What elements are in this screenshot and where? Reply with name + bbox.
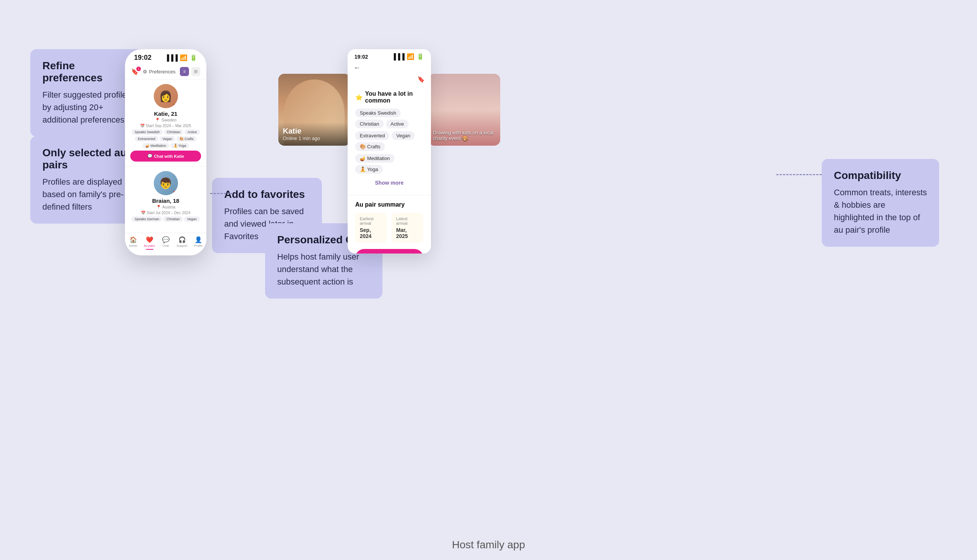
detail-bookmark-icon: 🔖 xyxy=(417,76,425,82)
braian-avatar: 👦 🔖 xyxy=(154,171,178,195)
add-favorites-title: Add to favorites xyxy=(224,188,310,200)
braian-name: Braian, 18 xyxy=(130,198,201,204)
nav-active-indicator xyxy=(146,249,154,250)
home-icon: 🏠 xyxy=(130,236,137,243)
katie-tags-row3: 🪔 Meditation 🧘 Yoga xyxy=(130,143,201,148)
support-icon: 🎧 xyxy=(179,236,186,243)
latest-value: Mar, 2025 xyxy=(396,227,419,239)
filter-icon: ⚙ xyxy=(143,69,147,75)
braian-tags-row: Speaks German Christian Vegan xyxy=(130,217,201,222)
refine-title: Refine preferences xyxy=(42,60,135,84)
location-icon: 📍 xyxy=(155,118,160,122)
detail-battery-icon: 🔋 xyxy=(417,53,424,60)
detail-wifi-icon: 📶 xyxy=(407,53,414,60)
nav-chat[interactable]: 💬 Chat xyxy=(157,236,174,247)
status-bar-left: 19:02 ▐▐▐ 📶 🔋 xyxy=(125,49,206,64)
notification-badge: 1 xyxy=(136,67,141,71)
katie-profile-card: 👩 🔖 Katie, 21 📍 Sweden 📅 Start Sep 2024 … xyxy=(125,80,206,167)
compatibility-description: Common treats, interests & hobbies are h… xyxy=(834,186,927,236)
photo-katie-status: Online 1 min ago xyxy=(283,135,346,141)
katie-bookmark[interactable]: 🔖 xyxy=(173,103,177,107)
grid-view-btn[interactable]: ⊞ xyxy=(191,67,200,76)
detail-status-time: 19:02 xyxy=(354,54,368,60)
tag-speaks-swedish: Speaks Swedish xyxy=(131,129,163,135)
tag-yoga: 🧘 Yoga xyxy=(170,143,189,148)
au-pairs-icon: ❤️ xyxy=(146,236,154,243)
detail-signal-icon: ▐▐▐ xyxy=(392,53,404,60)
status-time: 19:02 xyxy=(134,54,152,62)
refine-description: Filter suggested profiles by adjusting 2… xyxy=(42,88,135,126)
katie-dates: 📅 Start Sep 2024 – Mar 2025 xyxy=(130,124,201,128)
katie-avatar: 👩 🔖 xyxy=(154,84,178,108)
summary-section: Au pair summary Earliest arrival Sep, 20… xyxy=(347,195,431,253)
phone-scroll-area: 👩 🔖 Katie, 21 📍 Sweden 📅 Start Sep 2024 … xyxy=(125,80,206,240)
latest-label: Latest arrival xyxy=(396,217,419,225)
photo-katie-person[interactable]: Katie Online 1 min ago xyxy=(278,74,350,146)
bookmark-btn[interactable]: 🔖 1 xyxy=(131,68,139,75)
tag-vegan-2: Vegan xyxy=(184,217,200,222)
braian-location: 📍 Austria xyxy=(130,205,201,210)
compat-title: ⭐ You have a lot in common xyxy=(355,90,423,104)
tag-christian: Christian xyxy=(164,129,184,135)
earliest-arrival-box: Earliest arrival Sep, 2024 xyxy=(355,213,387,243)
photo-katie-name: Katie xyxy=(283,127,346,135)
tag-extraverted: Extraverted xyxy=(135,136,158,142)
nav-chat-label: Chat xyxy=(162,244,169,247)
tag-speaks-german: Speaks German xyxy=(131,217,162,222)
katie-tags-row2: Extraverted Vegan 🎨 Crafts xyxy=(130,136,201,142)
profile-detail-card: 19:02 ▐▐▐ 📶 🔋 ← 🔖 ⭐ You have a lot in co… xyxy=(347,49,431,253)
back-btn[interactable]: ← xyxy=(347,62,431,74)
connector-compat xyxy=(776,174,822,175)
preferences-btn[interactable]: ⚙ Preferences xyxy=(143,69,175,75)
compat-tag-yoga: 🧘 Yoga xyxy=(355,165,383,174)
earliest-value: Sep, 2024 xyxy=(360,227,382,239)
photo-drawing[interactable]: Drawing with kids on a local charity eve… xyxy=(428,74,500,146)
battery-icon: 🔋 xyxy=(190,54,197,61)
katie-tags-row: Speaks Swedish Christian Active xyxy=(130,129,201,135)
preferences-label: Preferences xyxy=(149,69,175,75)
only-selected-description: Profiles are displayed based on family's… xyxy=(42,175,135,213)
compatibility-section: ⭐ You have a lot in common Speaks Swedis… xyxy=(347,84,431,195)
signal-icon: ▐▐▐ xyxy=(165,55,178,61)
nav-support-label: Support xyxy=(177,244,187,247)
braian-dates: 📅 Start Jul 2024 – Dec 2024 xyxy=(130,211,201,215)
katie-location: 📍 Sweden xyxy=(130,118,201,123)
katie-name: Katie, 21 xyxy=(130,110,201,117)
list-view-btn[interactable]: ≡ xyxy=(180,67,189,76)
bottom-nav: 🏠 Home ❤️ Au pairs 💬 Chat 🎧 Support 👤 Pr… xyxy=(125,233,206,255)
compat-tag-meditation: 🪔 Meditation xyxy=(355,154,394,163)
nav-profile-label: Profile xyxy=(194,244,202,247)
nav-au-pairs[interactable]: ❤️ Au pairs xyxy=(141,236,157,250)
nav-profile[interactable]: 👤 Profile xyxy=(190,236,206,247)
personalized-cta-description: Helps host family user understand what t… xyxy=(277,250,370,288)
show-more-btn[interactable]: Show more xyxy=(355,177,423,189)
compat-tags-2: Extraverted Vegan 🎨 Crafts xyxy=(355,131,423,151)
detail-status-bar: 19:02 ▐▐▐ 📶 🔋 xyxy=(347,49,431,62)
star-icon: ⭐ xyxy=(355,94,363,101)
chat-katie-btn-detail[interactable]: 💬 Chat with Katie xyxy=(355,249,423,253)
summary-title: Au pair summary xyxy=(355,201,423,208)
tag-active: Active xyxy=(184,129,200,135)
braian-bookmark[interactable]: 🔖 xyxy=(173,190,177,195)
detail-bookmark[interactable]: 🔖 xyxy=(347,74,431,84)
compat-tags: Speaks Swedish Christian Active xyxy=(355,108,423,128)
compat-tags-3: 🪔 Meditation 🧘 Yoga xyxy=(355,154,423,174)
calendar-icon: 📅 xyxy=(140,124,145,128)
nav-support[interactable]: 🎧 Support xyxy=(174,236,190,247)
tag-vegan: Vegan xyxy=(159,136,175,142)
nav-home[interactable]: 🏠 Home xyxy=(125,236,141,247)
nav-au-pairs-label: Au pairs xyxy=(144,244,155,247)
nav-home-label: Home xyxy=(129,244,137,247)
profile-nav-icon: 👤 xyxy=(195,236,202,243)
wifi-icon: 📶 xyxy=(180,54,187,61)
chat-icon: 💬 xyxy=(147,153,153,158)
compat-tag-swedish: Speaks Swedish xyxy=(355,108,401,117)
view-toggle: ≡ ⊞ xyxy=(180,67,200,76)
tag-christian-2: Christian xyxy=(163,217,183,222)
compat-tag-christian: Christian xyxy=(355,120,384,128)
back-arrow-icon: ← xyxy=(354,64,361,72)
compatibility-title: Compatibility xyxy=(834,170,927,182)
chat-katie-btn-left[interactable]: 💬 Chat with Katie xyxy=(130,151,201,162)
connector-favorites xyxy=(210,193,233,194)
only-selected-title: Only selected au pairs xyxy=(42,147,135,171)
